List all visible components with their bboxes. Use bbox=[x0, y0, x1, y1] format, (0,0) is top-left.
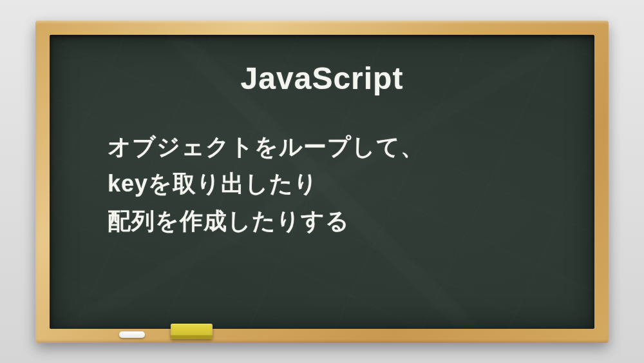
content-line-1: オブジェクトをループして、 bbox=[108, 128, 556, 166]
board-content: オブジェクトをループして、 keyを取り出したり 配列を作成したりする bbox=[88, 128, 556, 240]
chalkboard: JavaScript オブジェクトをループして、 keyを取り出したり 配列を作… bbox=[50, 35, 594, 329]
chalkboard-frame: JavaScript オブジェクトをループして、 keyを取り出したり 配列を作… bbox=[35, 21, 609, 343]
chalk-icon bbox=[119, 331, 145, 338]
eraser-icon bbox=[171, 324, 213, 339]
content-line-3: 配列を作成したりする bbox=[108, 202, 556, 240]
board-title: JavaScript bbox=[88, 61, 556, 96]
content-line-2: keyを取り出したり bbox=[108, 165, 556, 202]
